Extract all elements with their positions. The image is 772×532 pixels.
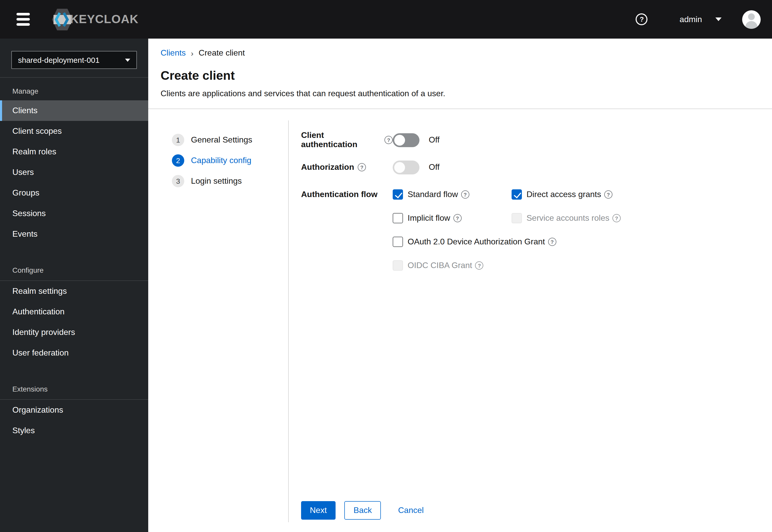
client-authentication-row: Client authentication Off bbox=[301, 131, 772, 149]
help-icon[interactable] bbox=[604, 190, 612, 199]
app-window: KEYCLOAK admin shared-deployment-001 Man… bbox=[0, 0, 772, 532]
implicit-flow-checkbox[interactable] bbox=[393, 213, 403, 223]
section-label-configure: Configure bbox=[0, 266, 148, 275]
section-label-manage: Manage bbox=[0, 87, 148, 96]
brand-wordmark: KEYCLOAK bbox=[70, 12, 138, 26]
sidebar-item-sessions[interactable]: Sessions bbox=[0, 203, 148, 224]
step-number: 2 bbox=[172, 154, 184, 167]
option-oidc-ciba-grant: OIDC CIBA Grant bbox=[393, 260, 621, 271]
sidebar-item-events[interactable]: Events bbox=[0, 224, 148, 244]
cancel-button[interactable]: Cancel bbox=[389, 501, 433, 520]
breadcrumb-current: Create client bbox=[199, 48, 245, 58]
page-subtitle: Clients are applications and services th… bbox=[161, 89, 760, 98]
breadcrumb: Clients › Create client bbox=[161, 48, 760, 58]
hamburger-menu-icon[interactable] bbox=[16, 13, 30, 26]
help-icon[interactable] bbox=[461, 190, 469, 199]
sidebar-divider bbox=[0, 77, 148, 78]
sidebar-item-realm-settings[interactable]: Realm settings bbox=[0, 281, 148, 302]
section-label-extensions: Extensions bbox=[0, 385, 148, 394]
option-oauth-device-grant: OAuth 2.0 Device Authorization Grant bbox=[393, 237, 621, 247]
sidebar-item-users[interactable]: Users bbox=[0, 162, 148, 183]
sidebar-item-organizations[interactable]: Organizations bbox=[0, 400, 148, 420]
service-accounts-roles-checkbox bbox=[512, 213, 522, 223]
create-client-wizard: 1 General Settings 2 Capability config 3… bbox=[148, 120, 772, 532]
client-authentication-toggle[interactable] bbox=[393, 133, 419, 147]
realm-selector[interactable]: shared-deployment-001 bbox=[11, 51, 137, 69]
standard-flow-checkbox[interactable] bbox=[393, 189, 403, 200]
capability-config-form: Client authentication Off Authorization … bbox=[289, 120, 772, 532]
sidebar: shared-deployment-001 Manage Clients Cli… bbox=[0, 39, 148, 532]
masthead: KEYCLOAK admin bbox=[0, 0, 772, 39]
authentication-flow-row: Authentication flow Standard flow Direct… bbox=[301, 189, 772, 271]
option-service-accounts-roles: Service accounts roles bbox=[512, 213, 621, 223]
authorization-toggle bbox=[393, 160, 419, 174]
sidebar-item-identity-providers[interactable]: Identity providers bbox=[0, 322, 148, 343]
back-button[interactable]: Back bbox=[344, 501, 381, 520]
page-title: Create client bbox=[161, 68, 760, 83]
option-implicit-flow: Implicit flow bbox=[393, 213, 512, 223]
breadcrumb-chevron-icon: › bbox=[191, 49, 194, 57]
chevron-down-icon bbox=[715, 17, 722, 21]
wizard-step-capability-config[interactable]: 2 Capability config bbox=[172, 154, 288, 167]
wizard-step-login-settings[interactable]: 3 Login settings bbox=[172, 175, 288, 187]
sidebar-item-realm-roles[interactable]: Realm roles bbox=[0, 141, 148, 162]
help-icon[interactable] bbox=[384, 136, 393, 144]
oidc-ciba-grant-checkbox bbox=[393, 260, 403, 271]
help-icon[interactable] bbox=[612, 214, 621, 222]
step-number: 1 bbox=[172, 134, 184, 146]
next-button[interactable]: Next bbox=[301, 501, 336, 520]
username-label: admin bbox=[680, 15, 702, 24]
wizard-footer: Next Back Cancel bbox=[301, 501, 433, 520]
step-number: 3 bbox=[172, 175, 184, 187]
direct-access-grants-checkbox[interactable] bbox=[512, 189, 522, 200]
nav-list-configure: Realm settings Authentication Identity p… bbox=[0, 281, 148, 363]
authentication-flow-label: Authentication flow bbox=[301, 190, 378, 199]
help-icon[interactable] bbox=[358, 163, 366, 171]
nav-list-extensions: Organizations Styles bbox=[0, 400, 148, 441]
user-menu[interactable]: admin bbox=[680, 15, 722, 24]
authorization-label: Authorization bbox=[301, 163, 354, 172]
sidebar-item-clients[interactable]: Clients bbox=[0, 100, 148, 121]
sidebar-item-styles[interactable]: Styles bbox=[0, 420, 148, 441]
client-authentication-value: Off bbox=[429, 135, 440, 145]
client-authentication-label: Client authentication bbox=[301, 131, 381, 149]
breadcrumb-link-clients[interactable]: Clients bbox=[161, 48, 186, 58]
help-icon[interactable] bbox=[636, 13, 648, 25]
wizard-steps-nav: 1 General Settings 2 Capability config 3… bbox=[148, 120, 288, 532]
wizard-step-general-settings[interactable]: 1 General Settings bbox=[172, 134, 288, 146]
authorization-row: Authorization Off bbox=[301, 158, 772, 176]
help-icon[interactable] bbox=[475, 261, 484, 270]
help-icon[interactable] bbox=[548, 238, 556, 246]
sidebar-item-client-scopes[interactable]: Client scopes bbox=[0, 121, 148, 141]
chevron-down-icon bbox=[125, 58, 130, 61]
option-standard-flow: Standard flow bbox=[393, 189, 512, 200]
help-icon[interactable] bbox=[453, 214, 461, 222]
sidebar-item-user-federation[interactable]: User federation bbox=[0, 343, 148, 363]
avatar[interactable] bbox=[742, 10, 761, 29]
realm-name: shared-deployment-001 bbox=[18, 56, 121, 64]
sidebar-item-groups[interactable]: Groups bbox=[0, 183, 148, 203]
header-divider bbox=[148, 109, 772, 109]
sidebar-item-authentication[interactable]: Authentication bbox=[0, 302, 148, 322]
option-direct-access-grants: Direct access grants bbox=[512, 189, 621, 200]
authorization-value: Off bbox=[429, 163, 440, 172]
keycloak-logo: KEYCLOAK bbox=[51, 7, 138, 31]
main-content: Clients › Create client Create client Cl… bbox=[148, 39, 772, 532]
authentication-flow-options: Standard flow Direct access grants Imp bbox=[393, 189, 621, 271]
nav-list-manage: Clients Client scopes Realm roles Users … bbox=[0, 100, 148, 244]
oauth-device-grant-checkbox[interactable] bbox=[393, 237, 403, 247]
